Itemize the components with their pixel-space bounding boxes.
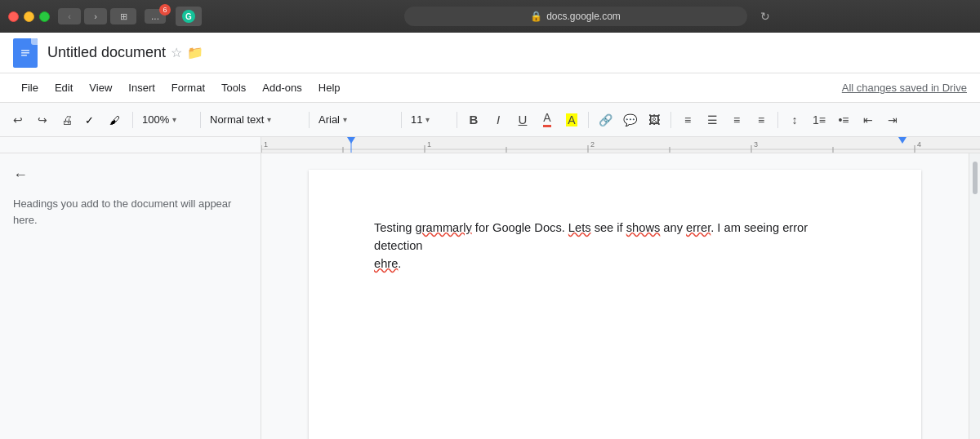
text-see-if: see if xyxy=(591,221,626,234)
lock-icon: 🔒 xyxy=(530,11,542,22)
svg-text:🖌: 🖌 xyxy=(109,114,120,126)
undo-button[interactable]: ↩ xyxy=(7,109,29,131)
tab-grammarly[interactable]: G xyxy=(176,7,202,26)
app-header: Untitled document ☆ 📁 xyxy=(0,33,980,73)
separator-7 xyxy=(670,112,671,128)
menu-tools[interactable]: Tools xyxy=(213,78,254,97)
address-bar[interactable]: 🔒 docs.google.com xyxy=(404,7,747,26)
scrollbar-panel xyxy=(969,153,980,439)
text-lets: Lets xyxy=(568,221,591,234)
svg-text:3: 3 xyxy=(754,140,758,149)
svg-text:G: G xyxy=(185,12,192,21)
menu-format[interactable]: Format xyxy=(163,78,213,97)
tab-badge-count: 6 xyxy=(159,4,171,16)
size-chevron: ▾ xyxy=(425,115,430,124)
sidebar-back-button[interactable]: ← xyxy=(13,166,33,186)
svg-text:2: 2 xyxy=(590,140,595,149)
menu-view[interactable]: View xyxy=(81,78,120,97)
increase-indent-button[interactable]: ⇥ xyxy=(881,109,904,131)
svg-marker-11 xyxy=(898,137,906,144)
sidebar-hint-text: Headings you add to the document will ap… xyxy=(13,196,247,228)
decrease-indent-button[interactable]: ⇤ xyxy=(857,109,880,131)
ruler-content: 1 1 2 3 4 xyxy=(261,137,980,153)
style-value: Normal text xyxy=(210,113,264,126)
bold-button[interactable]: B xyxy=(462,109,485,131)
title-bar: ‹ › ⊞ ... 6 G 🔒 docs.google.com ↻ xyxy=(0,0,980,33)
align-left-button[interactable]: ≡ xyxy=(676,109,699,131)
svg-text:4: 4 xyxy=(917,140,921,149)
refresh-button[interactable]: ↻ xyxy=(760,10,770,23)
star-icon[interactable]: ☆ xyxy=(171,45,182,60)
menu-addons[interactable]: Add-ons xyxy=(254,78,310,97)
spellcheck-button[interactable]: ✓ xyxy=(80,109,103,131)
highlight-icon: A xyxy=(566,113,577,126)
folder-icon[interactable]: 📁 xyxy=(187,45,203,60)
align-right-button[interactable]: ≡ xyxy=(725,109,748,131)
svg-text:✓: ✓ xyxy=(85,114,94,126)
text-color-icon: A xyxy=(543,112,550,126)
comment-button[interactable]: 💬 xyxy=(618,109,641,131)
font-select[interactable]: Arial ▾ xyxy=(314,109,396,131)
ruler-marks: 1 1 2 3 4 xyxy=(261,137,980,153)
paint-format-icon: 🖌 xyxy=(109,113,122,126)
bullet-list-icon: •≡ xyxy=(838,113,849,126)
tab-extensions[interactable]: ... 6 xyxy=(145,9,166,24)
doc-title-area: Untitled document ☆ 📁 xyxy=(47,44,203,61)
toolbar: ↩ ↪ 🖨 ✓ 🖌 100% ▾ Normal text ▾ Arial ▾ 1… xyxy=(0,103,980,137)
maximize-button[interactable] xyxy=(39,11,50,22)
document-area[interactable]: Testing grammarly for Google Docs. Lets … xyxy=(261,153,969,439)
scrollbar-thumb[interactable] xyxy=(973,162,978,194)
highlight-button[interactable]: A xyxy=(560,109,583,131)
window-layout-button[interactable]: ⊞ xyxy=(110,8,136,24)
image-button[interactable]: 🖼 xyxy=(643,109,666,131)
underline-button[interactable]: U xyxy=(511,109,534,131)
numbered-list-icon: 1≡ xyxy=(813,113,826,126)
align-center-button[interactable]: ☰ xyxy=(701,109,724,131)
line-spacing-button[interactable]: ↕ xyxy=(783,109,806,131)
zoom-select[interactable]: 100% ▾ xyxy=(138,109,195,131)
style-select[interactable]: Normal text ▾ xyxy=(206,109,304,131)
menu-file[interactable]: File xyxy=(13,78,47,97)
link-button[interactable]: 🔗 xyxy=(594,109,617,131)
document-page: Testing grammarly for Google Docs. Lets … xyxy=(309,170,921,439)
document-content[interactable]: Testing grammarly for Google Docs. Lets … xyxy=(374,219,856,273)
minimize-button[interactable] xyxy=(24,11,34,22)
separator-1 xyxy=(132,112,133,128)
numbered-list-button[interactable]: 1≡ xyxy=(808,109,831,131)
menu-insert[interactable]: Insert xyxy=(120,78,163,97)
text-color-button[interactable]: A xyxy=(536,109,559,131)
svg-text:1: 1 xyxy=(264,140,268,149)
url-text: docs.google.com xyxy=(546,11,621,22)
text-grammarly: grammarly xyxy=(416,221,472,234)
font-chevron: ▾ xyxy=(343,115,347,124)
font-size-select[interactable]: 11 ▾ xyxy=(407,109,452,131)
back-nav-button[interactable]: ‹ xyxy=(58,8,81,24)
separator-2 xyxy=(200,112,201,128)
google-docs-icon xyxy=(19,45,32,61)
bullet-list-button[interactable]: •≡ xyxy=(832,109,855,131)
forward-nav-button[interactable]: › xyxy=(84,8,107,24)
doc-icon xyxy=(13,38,38,68)
traffic-lights xyxy=(8,11,50,22)
menu-help[interactable]: Help xyxy=(310,78,349,97)
font-size-value: 11 xyxy=(411,113,422,126)
italic-button[interactable]: I xyxy=(487,109,510,131)
style-chevron: ▾ xyxy=(267,115,271,124)
close-button[interactable] xyxy=(8,11,19,22)
justify-button[interactable]: ≡ xyxy=(750,109,773,131)
ruler-sidebar-space xyxy=(0,137,261,153)
redo-button[interactable]: ↪ xyxy=(31,109,54,131)
separator-3 xyxy=(309,112,310,128)
save-status: All changes saved in Drive xyxy=(842,82,967,94)
text-errer: errer xyxy=(686,221,710,234)
paint-format-button[interactable]: 🖌 xyxy=(105,109,127,131)
menu-bar: File Edit View Insert Format Tools Add-o… xyxy=(0,73,980,103)
ruler: 1 1 2 3 4 xyxy=(0,137,980,153)
zoom-chevron: ▾ xyxy=(172,115,176,124)
svg-text:1: 1 xyxy=(427,140,431,149)
text-any: any xyxy=(660,221,686,234)
text-ehre: ehre xyxy=(374,257,398,270)
doc-title[interactable]: Untitled document xyxy=(47,44,166,61)
print-button[interactable]: 🖨 xyxy=(56,109,78,131)
menu-edit[interactable]: Edit xyxy=(47,78,81,97)
